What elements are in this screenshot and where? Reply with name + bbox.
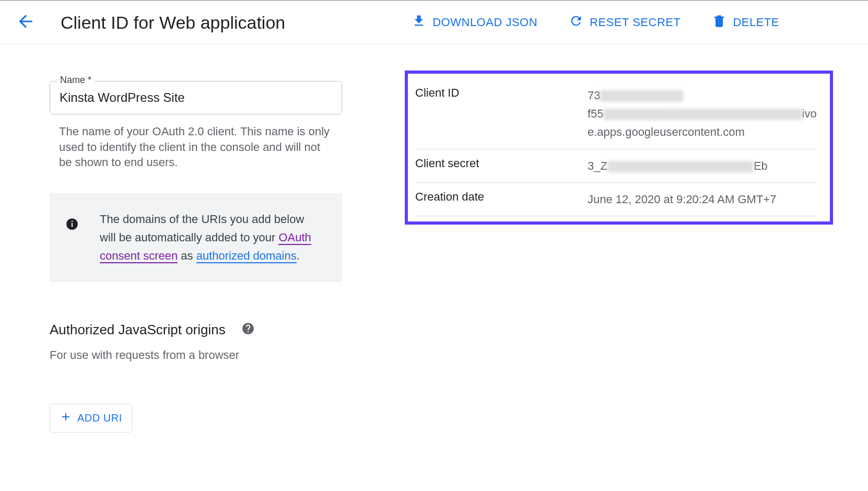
client-id-value: 73 f55ivoe.apps.googleusercontent.com: [588, 86, 817, 142]
reset-secret-label: RESET SECRET: [590, 16, 681, 29]
authorized-domains-link[interactable]: authorized domains: [196, 249, 297, 263]
info-callout: The domains of the URIs you add below wi…: [50, 193, 342, 282]
creation-date-label: Creation date: [415, 190, 588, 208]
redacted: [604, 109, 802, 120]
info-callout-text: The domains of the URIs you add below wi…: [100, 210, 321, 265]
delete-label: DELETE: [733, 16, 779, 29]
reset-icon: [569, 14, 583, 31]
reset-secret-button[interactable]: RESET SECRET: [569, 14, 681, 31]
name-input[interactable]: [50, 81, 342, 114]
add-uri-button[interactable]: ADD URI: [50, 404, 132, 432]
name-field: Name *: [50, 81, 342, 114]
creation-date-row: Creation date June 12, 2020 at 9:20:24 A…: [415, 182, 817, 216]
download-json-button[interactable]: DOWNLOAD JSON: [412, 14, 537, 31]
redacted: [600, 90, 684, 102]
origins-title: Authorized JavaScript origins: [50, 322, 226, 338]
trash-icon: [712, 14, 726, 31]
svg-rect-2: [72, 221, 73, 222]
help-icon[interactable]: [241, 322, 255, 337]
page-title: Client ID for Web application: [61, 13, 285, 33]
download-json-label: DOWNLOAD JSON: [432, 16, 537, 29]
download-icon: [412, 14, 426, 31]
svg-rect-1: [72, 223, 73, 227]
name-help-text: The name of your OAuth 2.0 client. This …: [50, 124, 342, 170]
client-id-row: Client ID 73 f55ivoe.apps.googleusercont…: [415, 79, 817, 149]
client-secret-row: Client secret 3_ZEb: [415, 149, 817, 182]
callout-mid: as: [178, 249, 196, 262]
client-secret-value: 3_ZEb: [588, 157, 817, 175]
redacted: [607, 161, 754, 172]
back-arrow-icon[interactable]: [16, 11, 36, 33]
origins-subtitle: For use with requests from a browser: [50, 348, 342, 362]
plus-icon: [60, 411, 72, 426]
header-bar: Client ID for Web application DOWNLOAD J…: [0, 0, 868, 44]
creation-date-value: June 12, 2020 at 9:20:24 AM GMT+7: [588, 190, 817, 208]
client-id-label: Client ID: [415, 86, 588, 142]
info-icon: [65, 210, 79, 233]
name-label: Name *: [57, 75, 95, 86]
add-uri-label: ADD URI: [77, 412, 122, 424]
callout-prefix: The domains of the URIs you add below wi…: [100, 213, 304, 244]
credentials-highlight-box: Client ID 73 f55ivoe.apps.googleusercont…: [405, 71, 833, 225]
header-actions: DOWNLOAD JSON RESET SECRET DELETE: [412, 14, 858, 31]
origins-section-head: Authorized JavaScript origins: [50, 322, 342, 338]
callout-suffix: .: [297, 249, 300, 262]
client-secret-label: Client secret: [415, 157, 588, 175]
delete-button[interactable]: DELETE: [712, 14, 779, 31]
